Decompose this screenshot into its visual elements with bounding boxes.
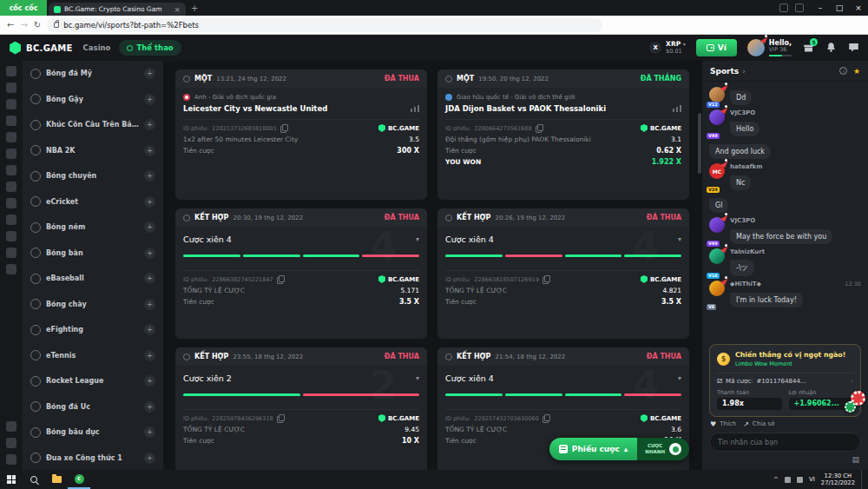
quick-bet-toggle[interactable] xyxy=(669,443,681,455)
back-button[interactable]: ← xyxy=(7,21,14,30)
expand-sport-button[interactable]: + xyxy=(144,426,155,438)
tab-close-icon[interactable]: × xyxy=(174,5,181,14)
browser-feature-icon[interactable] xyxy=(795,3,804,12)
minimize-button[interactable]: – xyxy=(811,3,830,12)
nav-sports[interactable]: Thể thao xyxy=(119,40,181,56)
expand-sport-button[interactable]: + xyxy=(144,119,155,130)
coccoc-logo[interactable]: cốc cốc xyxy=(0,0,47,16)
maximize-button[interactable]: □ xyxy=(830,3,849,12)
show-desktop-button[interactable] xyxy=(861,470,864,489)
avatar[interactable]: MC xyxy=(709,163,725,179)
avatar[interactable] xyxy=(747,39,765,56)
chat-bubble-icon[interactable] xyxy=(847,42,859,54)
chevron-down-icon[interactable]: ▾ xyxy=(416,374,419,382)
sidebar-item[interactable]: NBA 2K + xyxy=(23,138,163,164)
gift-icon[interactable]: 5 xyxy=(802,42,814,54)
bet-card[interactable]: KẾT HỢP 23:55, 18 thg 12, 2022 ĐÃ THUA 2… xyxy=(175,347,427,470)
sidebar-item[interactable]: Bóng ném + xyxy=(23,215,163,241)
sidebar-item[interactable]: eCricket + xyxy=(23,189,163,215)
sidebar-item[interactable]: eFighting + xyxy=(23,317,163,343)
bet-card[interactable]: KẾT HỢP 20:30, 19 thg 12, 2022 ĐÃ THUA 4… xyxy=(175,208,427,339)
currency-selector[interactable]: X XRP ▾ $0.01 xyxy=(649,41,686,55)
chat-username[interactable]: hateafkm xyxy=(730,163,763,170)
sidebar-item[interactable]: Bóng đá Mỹ + xyxy=(23,61,163,87)
chat-username[interactable]: YalnizKurt xyxy=(730,248,765,255)
sidebar-item[interactable]: Bóng Gậy + xyxy=(23,87,163,113)
expand-sport-button[interactable]: + xyxy=(144,401,155,413)
bet-card[interactable]: MỘT 13:21, 24 thg 12, 2022 ĐÃ THUA Anh -… xyxy=(175,69,427,200)
file-explorer-button[interactable] xyxy=(45,470,68,489)
copy-icon[interactable] xyxy=(277,275,284,283)
start-button[interactable] xyxy=(0,470,23,489)
forward-button[interactable]: → xyxy=(20,21,27,30)
expand-sport-button[interactable]: + xyxy=(144,68,155,79)
sidebar-item[interactable]: Rocket League + xyxy=(23,368,163,394)
coccoc-taskbar-button[interactable]: c xyxy=(68,470,90,489)
chevron-down-icon[interactable]: ▾ xyxy=(678,374,681,382)
win-share-card[interactable]: $ Chiến thắng có vị ngọt ngào! Limbo Wow… xyxy=(709,344,861,416)
bet-card[interactable]: MỘT 19:50, 20 thg 12, 2022 ĐÃ THẮNG Giao… xyxy=(437,69,689,200)
sidebar-item[interactable]: Bóng đá Úc + xyxy=(23,394,163,420)
bet-teams[interactable]: JDA Dijon Basket vs PAOK Thessaloniki xyxy=(445,104,606,113)
chat-username[interactable]: VJC3PO xyxy=(730,217,755,224)
avatar[interactable] xyxy=(709,281,725,296)
bet-teams[interactable]: Leicester City vs Newcastle United xyxy=(183,104,327,113)
expand-sport-button[interactable]: + xyxy=(144,170,155,182)
taskbar-search-button[interactable] xyxy=(23,470,45,489)
sidebar-item[interactable]: Bóng bầu dục + xyxy=(23,420,163,446)
copy-icon[interactable] xyxy=(280,124,287,132)
expand-sport-button[interactable]: + xyxy=(144,350,155,361)
new-tab-button[interactable]: + xyxy=(191,3,198,13)
expand-sport-button[interactable]: + xyxy=(144,248,155,259)
chat-menu-icon[interactable]: ▤ xyxy=(852,455,859,464)
sidebar-item[interactable]: Bóng bàn + xyxy=(23,241,163,267)
chat-room-title[interactable]: Sports xyxy=(710,67,739,76)
bet-card[interactable]: KẾT HỢP 20:26, 19 thg 12, 2022 ĐÃ THUA 4… xyxy=(437,208,689,339)
copy-icon[interactable] xyxy=(536,124,542,132)
avatar[interactable] xyxy=(709,217,725,233)
stats-icon[interactable] xyxy=(411,105,419,112)
bcgame-logo[interactable]: BC.GAME xyxy=(9,42,73,55)
chat-input[interactable] xyxy=(709,433,861,452)
copy-icon[interactable] xyxy=(542,275,549,283)
expand-sport-button[interactable]: + xyxy=(144,375,155,387)
chevron-down-icon[interactable]: ▾ xyxy=(416,235,419,243)
chevron-down-icon[interactable]: ▾ xyxy=(678,235,681,243)
nav-casino[interactable]: Casino xyxy=(83,43,111,52)
wallet-button[interactable]: Ví xyxy=(696,39,737,56)
chat-username[interactable]: VJC3PO xyxy=(730,109,755,116)
avatar[interactable] xyxy=(709,248,725,264)
sidebar-item[interactable]: Bóng chuyền + xyxy=(23,163,163,189)
expand-sport-button[interactable]: + xyxy=(144,94,155,105)
volume-icon[interactable] xyxy=(797,477,803,483)
avatar[interactable] xyxy=(709,87,725,102)
copy-icon[interactable] xyxy=(542,414,549,422)
user-profile[interactable]: Hello, VIP 36 xyxy=(747,39,792,56)
tray-expand-icon[interactable]: ^ xyxy=(773,476,779,483)
sidebar-item[interactable]: Đua xe Công thức 1 + xyxy=(23,446,163,471)
expand-sport-button[interactable]: + xyxy=(144,324,155,335)
expand-sport-button[interactable]: + xyxy=(144,299,155,310)
sidebar-item[interactable]: Khúc Côn Cầu Trên Băng + xyxy=(23,112,163,138)
avatar[interactable] xyxy=(709,109,725,125)
close-button[interactable]: × xyxy=(849,3,868,12)
quick-bet[interactable]: CƯỢCNHANH xyxy=(637,438,689,460)
stats-icon[interactable] xyxy=(673,105,681,112)
language-indicator[interactable]: VI xyxy=(809,476,815,483)
browser-tab[interactable]: BC.Game: Crypto Casino Gam × xyxy=(49,3,186,16)
trophy-icon[interactable]: ★ xyxy=(853,67,860,76)
chat-username[interactable]: ◆HiThiT◆ xyxy=(730,281,761,287)
expand-sport-button[interactable]: + xyxy=(144,145,155,156)
betslip-button[interactable]: Phiếu cược ▴ xyxy=(549,438,638,460)
sidebar-item[interactable]: Bóng chày + xyxy=(23,292,163,318)
sidebar-item[interactable]: eTennis + xyxy=(23,343,163,369)
browser-feature-icon[interactable] xyxy=(779,3,788,12)
info-icon[interactable]: i xyxy=(839,67,847,75)
expand-sport-button[interactable]: + xyxy=(144,453,155,464)
expand-sport-button[interactable]: + xyxy=(144,196,155,208)
share-button[interactable]: ↗ Chia sẻ xyxy=(743,420,774,428)
network-icon[interactable] xyxy=(785,477,791,483)
bet-code-row[interactable]: ⚂ Mã cược: #1011764844... › xyxy=(717,373,853,385)
like-button[interactable]: ♥ Thích xyxy=(710,420,736,428)
taskbar-clock[interactable]: 12:30 CH 27/12/2022 xyxy=(821,472,855,487)
